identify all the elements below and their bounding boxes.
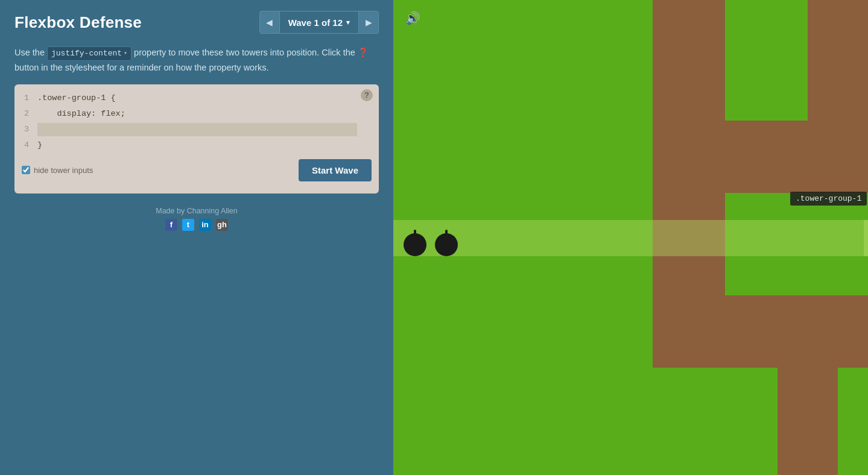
linkedin-icon[interactable]: in xyxy=(199,219,211,231)
code-editor: ? 1 .tower-group-1 { 2 display: flex; 3 … xyxy=(14,84,379,193)
code-line-3: 3 xyxy=(14,122,379,137)
tower-2-body xyxy=(435,233,458,256)
sound-icon[interactable]: 🔊 xyxy=(405,11,420,25)
hide-towers-checkbox[interactable] xyxy=(22,166,30,174)
path-bottom-right-vertical xyxy=(778,295,838,475)
tower-group-1-container xyxy=(393,220,868,256)
tower-1 xyxy=(402,230,428,256)
hide-towers-label[interactable]: hide tower inputs xyxy=(22,166,93,175)
game-panel: 🔊 .tower-group-1 xyxy=(393,0,868,475)
instruction-prefix: Use the xyxy=(14,48,45,57)
app-title: Flexbox Defense xyxy=(14,13,142,32)
wave-text: Wave 1 of 12 xyxy=(288,17,343,28)
start-wave-button[interactable]: Start Wave xyxy=(299,159,372,181)
editor-footer: hide tower inputs Start Wave xyxy=(14,153,379,187)
line-3-input-wrapper xyxy=(37,123,379,136)
green-fill-area xyxy=(864,220,868,256)
left-panel: Flexbox Defense ◀ Wave 1 of 12 ▾ ▶ Use t… xyxy=(0,0,393,475)
property-tag: justify-content▾ xyxy=(47,46,131,61)
tower-2 xyxy=(433,230,460,256)
line-content-1: .tower-group-1 { xyxy=(37,93,379,102)
tag-caret: ▾ xyxy=(124,49,127,58)
made-by-text: Made by Channing Allen xyxy=(14,207,379,215)
header-row: Flexbox Defense ◀ Wave 1 of 12 ▾ ▶ xyxy=(14,11,379,34)
line-num-2: 2 xyxy=(14,109,37,118)
facebook-icon[interactable]: f xyxy=(165,219,177,231)
github-icon[interactable]: gh xyxy=(216,219,228,231)
line-num-3: 3 xyxy=(14,125,37,134)
next-wave-button[interactable]: ▶ xyxy=(358,11,379,34)
line-num-1: 1 xyxy=(14,93,37,102)
code-line-4: 4 } xyxy=(14,137,379,153)
wave-dropdown[interactable]: Wave 1 of 12 ▾ xyxy=(280,11,358,34)
social-icons: f t in gh xyxy=(14,219,379,231)
tower-group-label: .tower-group-1 xyxy=(790,192,867,206)
wave-dropdown-caret: ▾ xyxy=(346,19,350,27)
prev-wave-button[interactable]: ◀ xyxy=(259,11,280,34)
tower-1-body xyxy=(404,233,426,256)
css-property-input[interactable] xyxy=(37,123,357,136)
line-content-2: display: flex; xyxy=(37,109,379,118)
wave-nav: ◀ Wave 1 of 12 ▾ ▶ xyxy=(259,11,379,34)
code-line-2: 2 display: flex; xyxy=(14,106,379,122)
twitter-icon[interactable]: t xyxy=(182,219,194,231)
credits: Made by Channing Allen f t in gh xyxy=(14,207,379,231)
help-button[interactable]: ? xyxy=(361,89,373,101)
line-num-4: 4 xyxy=(14,140,37,149)
code-line-1: 1 .tower-group-1 { xyxy=(14,90,379,106)
hide-towers-text: hide tower inputs xyxy=(34,166,93,175)
path-top-horizontal xyxy=(653,121,868,193)
towers-container xyxy=(393,220,468,256)
line-content-4: } xyxy=(37,140,379,149)
instruction-text: Use the justify-content▾ property to mov… xyxy=(14,46,379,75)
